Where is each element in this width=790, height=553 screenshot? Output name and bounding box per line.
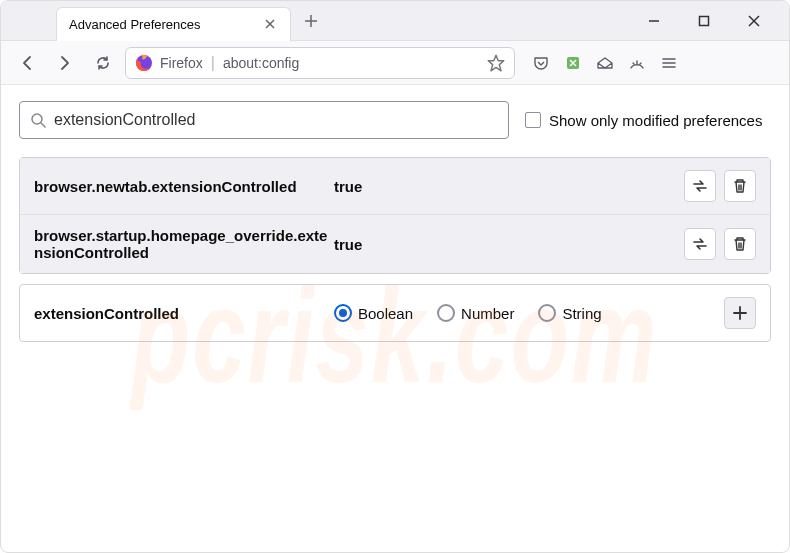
- urlbar-separator: |: [211, 54, 215, 72]
- radio-icon: [437, 304, 455, 322]
- tab-title: Advanced Preferences: [69, 17, 262, 32]
- urlbar-brand: Firefox: [160, 55, 203, 71]
- content: Show only modified preferences browser.n…: [1, 85, 789, 358]
- radio-number[interactable]: Number: [437, 304, 514, 322]
- reload-button[interactable]: [87, 47, 119, 79]
- type-radio-group: Boolean Number String: [334, 304, 724, 322]
- url-bar[interactable]: Firefox | about:config: [125, 47, 515, 79]
- firefox-icon: [134, 53, 154, 73]
- radio-icon: [538, 304, 556, 322]
- toolbar: Firefox | about:config: [1, 41, 789, 85]
- radio-string[interactable]: String: [538, 304, 601, 322]
- preference-name: browser.newtab.extensionControlled: [34, 178, 334, 195]
- maximize-button[interactable]: [689, 6, 719, 36]
- toggle-button[interactable]: [684, 228, 716, 260]
- close-window-button[interactable]: [739, 6, 769, 36]
- preference-row: browser.newtab.extensionControlled true: [20, 158, 770, 215]
- back-button[interactable]: [11, 47, 43, 79]
- new-tab-button[interactable]: [295, 5, 327, 37]
- forward-button[interactable]: [49, 47, 81, 79]
- bookmark-star-icon[interactable]: [486, 53, 506, 73]
- preference-table: browser.newtab.extensionControlled true …: [19, 157, 771, 274]
- preference-row: browser.startup.homepage_override.extens…: [20, 215, 770, 273]
- extension-icon[interactable]: [563, 53, 583, 73]
- radio-boolean[interactable]: Boolean: [334, 304, 413, 322]
- checkbox-label-text: Show only modified preferences: [549, 112, 762, 129]
- titlebar: Advanced Preferences: [1, 1, 789, 41]
- search-input[interactable]: [54, 111, 498, 129]
- add-button[interactable]: [724, 297, 756, 329]
- preference-value: true: [334, 236, 684, 253]
- add-preference-row: extensionControlled Boolean Number Strin…: [19, 284, 771, 342]
- search-icon: [30, 112, 46, 128]
- pocket-icon[interactable]: [531, 53, 551, 73]
- preference-name: browser.startup.homepage_override.extens…: [34, 227, 334, 261]
- delete-button[interactable]: [724, 228, 756, 260]
- browser-tab[interactable]: Advanced Preferences: [56, 7, 291, 41]
- add-preference-name: extensionControlled: [34, 305, 334, 322]
- search-box[interactable]: [19, 101, 509, 139]
- mail-icon[interactable]: [595, 53, 615, 73]
- tab-close-button[interactable]: [262, 16, 278, 32]
- urlbar-text: about:config: [223, 55, 486, 71]
- delete-button[interactable]: [724, 170, 756, 202]
- radio-icon: [334, 304, 352, 322]
- checkbox-icon: [525, 112, 541, 128]
- minimize-button[interactable]: [639, 6, 669, 36]
- menu-icon[interactable]: [659, 53, 679, 73]
- show-modified-checkbox[interactable]: Show only modified preferences: [525, 112, 762, 129]
- preference-value: true: [334, 178, 684, 195]
- svg-rect-0: [700, 16, 709, 25]
- toggle-button[interactable]: [684, 170, 716, 202]
- dashboard-icon[interactable]: [627, 53, 647, 73]
